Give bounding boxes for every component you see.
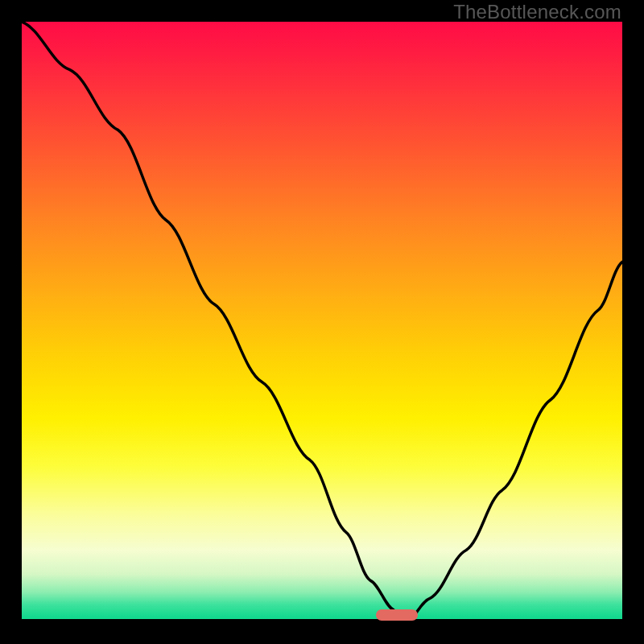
curve-svg bbox=[22, 22, 622, 622]
optimal-range-marker bbox=[376, 609, 418, 621]
x-axis-baseline bbox=[22, 619, 622, 622]
chart-frame: TheBottleneck.com bbox=[0, 0, 644, 644]
bottleneck-curve-line bbox=[22, 22, 622, 622]
plot-area bbox=[22, 22, 622, 622]
watermark-text: TheBottleneck.com bbox=[453, 1, 621, 23]
